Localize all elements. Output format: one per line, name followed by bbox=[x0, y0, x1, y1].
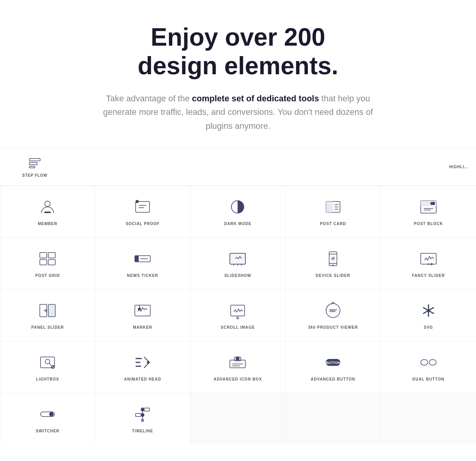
strip-highlight-text: HIGHLI... bbox=[449, 165, 468, 169]
svg-rect-44 bbox=[48, 304, 55, 317]
svg-point-38 bbox=[332, 264, 333, 265]
grid-item-lightbox-label: LIGHTBOX bbox=[36, 377, 59, 381]
grid-item-360-product-viewer[interactable]: 360° 360 PRODUCT VIEWER bbox=[286, 290, 381, 341]
svg-rect-24 bbox=[48, 253, 55, 258]
grid-item-scroll-image-label: SCROLL IMAGE bbox=[221, 325, 255, 330]
hero-section: Enjoy over 200design elements. Take adva… bbox=[0, 0, 476, 148]
svg-rect-26 bbox=[48, 260, 55, 265]
grid-item-social-proof-label: SOCIAL PROOF bbox=[126, 222, 160, 226]
grid-item-post-grid[interactable]: POST GRID bbox=[0, 238, 95, 289]
strip-highlight: HIGHLI... bbox=[430, 149, 476, 185]
grid-item-advanced-button[interactable]: BUTTON ADVANCED BUTTON bbox=[286, 341, 381, 393]
grid-item-fancy-slider-label: FANCY SLIDER bbox=[412, 273, 445, 278]
grid-item-marker-label: MARKER bbox=[133, 325, 152, 330]
svg-point-69 bbox=[236, 357, 239, 360]
svg-rect-39 bbox=[331, 256, 335, 261]
grid-item-dual-button[interactable]: DUAL BUTTON bbox=[381, 341, 476, 393]
grid-item-member[interactable]: MEMBER bbox=[0, 186, 95, 237]
grid-row-5: SWITCHER TIMELINE bbox=[0, 393, 476, 445]
grid-item-panel-slider-label: PANEL SLIDER bbox=[31, 325, 64, 330]
grid-item-empty-2 bbox=[286, 393, 381, 445]
svg-rect-81 bbox=[144, 408, 150, 411]
grid-item-animated-head[interactable]: ANIMATED HEAD bbox=[95, 341, 190, 393]
lightbox-icon bbox=[38, 353, 57, 372]
grid-item-news-ticker[interactable]: NEWS TICKER bbox=[95, 238, 190, 289]
grid-item-post-card[interactable]: POST CARD bbox=[286, 186, 381, 237]
timeline-icon bbox=[133, 405, 152, 423]
grid-row-4: LIGHTBOX ANIMATED HEAD bbox=[0, 341, 476, 393]
svg-rect-75 bbox=[421, 360, 428, 365]
svg-rect-5 bbox=[136, 201, 150, 212]
grid-item-device-slider[interactable]: DEVICE SLIDER bbox=[286, 238, 381, 289]
slideshow-icon bbox=[228, 249, 247, 268]
strip-item-step-flow[interactable]: STEP FLOW bbox=[12, 156, 58, 178]
svg-rect-13 bbox=[326, 201, 333, 212]
grid-item-timeline-label: TIMELINE bbox=[132, 429, 153, 433]
marker-icon bbox=[133, 301, 152, 320]
grid-item-post-card-label: POST CARD bbox=[320, 222, 346, 226]
grid-item-member-label: MEMBER bbox=[38, 222, 57, 226]
svg-rect-83 bbox=[136, 413, 141, 417]
svg-point-78 bbox=[49, 412, 53, 416]
svg-text:360°: 360° bbox=[329, 309, 337, 313]
grid-item-switcher-label: SWITCHER bbox=[36, 429, 60, 433]
grid-item-lightbox[interactable]: LIGHTBOX bbox=[0, 341, 95, 393]
grid-item-dark-mode[interactable]: DARK MODE bbox=[190, 186, 286, 237]
grid-item-switcher[interactable]: SWITCHER bbox=[0, 393, 95, 445]
svg-rect-4 bbox=[44, 212, 51, 213]
grid-item-empty-3 bbox=[381, 393, 476, 445]
svg-point-66 bbox=[147, 361, 149, 364]
strip-item-step-flow-label: STEP FLOW bbox=[22, 173, 47, 178]
member-icon bbox=[38, 198, 57, 216]
advanced-icon-box-icon bbox=[228, 353, 247, 372]
grid-row-2: POST GRID NEWS TICKER bbox=[0, 237, 476, 289]
svg-rect-0 bbox=[29, 159, 40, 161]
svg-text:BUTTON: BUTTON bbox=[326, 361, 340, 365]
grid-item-timeline[interactable]: TIMELINE bbox=[95, 393, 190, 445]
grid-section: MEMBER SOCIAL PROOF bbox=[0, 186, 476, 460]
grid-item-social-proof[interactable]: SOCIAL PROOF bbox=[95, 186, 190, 237]
grid-row-3: PANEL SLIDER MARKER bbox=[0, 289, 476, 341]
page-wrapper: Enjoy over 200design elements. Take adva… bbox=[0, 0, 476, 461]
grid-item-dual-button-label: DUAL BUTTON bbox=[412, 377, 444, 381]
svg-rect-28 bbox=[135, 256, 139, 262]
hero-title: Enjoy over 200design elements. bbox=[8, 23, 468, 80]
grid-item-animated-head-label: ANIMATED HEAD bbox=[124, 377, 161, 381]
post-grid-icon bbox=[38, 249, 57, 268]
svg-rect-23 bbox=[40, 253, 47, 258]
hero-subtitle-bold: complete set of dedicated tools bbox=[192, 94, 319, 103]
svg-point-82 bbox=[141, 413, 144, 417]
fancy-slider-icon bbox=[419, 249, 438, 268]
scroll-strip: STEP FLOW HIGHLI... bbox=[0, 148, 476, 186]
switcher-icon bbox=[38, 405, 57, 423]
grid-item-news-ticker-label: NEWS TICKER bbox=[127, 273, 158, 278]
svg-point-57 bbox=[427, 309, 430, 312]
grid-item-advanced-icon-box[interactable]: ADVANCED ICON BOX bbox=[190, 341, 286, 393]
svg-point-80 bbox=[141, 408, 144, 411]
grid-item-advanced-button-label: ADVANCED BUTTON bbox=[311, 377, 355, 381]
360-product-viewer-icon: 360° bbox=[324, 301, 342, 320]
grid-item-svg[interactable]: SVG bbox=[381, 290, 476, 341]
grid-item-fancy-slider[interactable]: FANCY SLIDER bbox=[381, 238, 476, 289]
scroll-strip-inner: STEP FLOW bbox=[0, 156, 476, 178]
grid-item-slideshow[interactable]: SLIDESHOW bbox=[190, 238, 286, 289]
grid-item-post-grid-label: POST GRID bbox=[35, 273, 60, 278]
hero-subtitle: Take advantage of the complete set of de… bbox=[91, 92, 385, 133]
grid-item-scroll-image[interactable]: SCROLL IMAGE bbox=[190, 290, 286, 341]
grid-item-dark-mode-label: DARK MODE bbox=[224, 222, 252, 226]
grid-item-post-block-label: POST BLOCK bbox=[414, 222, 443, 226]
svg-rect-31 bbox=[230, 253, 245, 264]
svg-point-41 bbox=[428, 263, 429, 265]
svg-rect-76 bbox=[429, 360, 436, 365]
grid-item-marker[interactable]: MARKER bbox=[95, 290, 190, 341]
news-ticker-icon bbox=[133, 249, 152, 268]
grid-item-360-product-viewer-label: 360 PRODUCT VIEWER bbox=[308, 325, 358, 330]
grid-item-panel-slider[interactable]: PANEL SLIDER bbox=[0, 290, 95, 341]
grid-item-post-block[interactable]: POST BLOCK bbox=[381, 186, 476, 237]
svg-rect-21 bbox=[431, 202, 435, 205]
post-block-icon bbox=[419, 198, 438, 216]
device-slider-icon bbox=[324, 249, 342, 268]
scroll-image-icon bbox=[228, 301, 247, 320]
step-flow-icon bbox=[28, 156, 42, 170]
post-card-icon bbox=[324, 198, 342, 216]
